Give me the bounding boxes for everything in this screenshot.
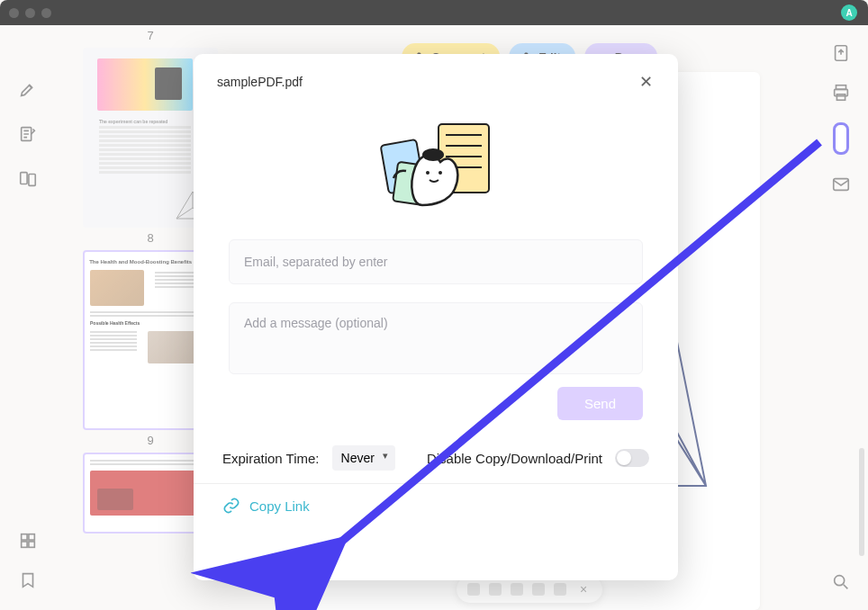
expiration-select[interactable]: Never	[332, 445, 395, 471]
traffic-close[interactable]	[9, 8, 19, 18]
send-button[interactable]: Send	[557, 387, 643, 420]
close-icon[interactable]: ✕	[637, 72, 655, 92]
svg-point-22	[426, 171, 429, 175]
disable-copy-label: Disable Copy/Download/Print	[427, 451, 602, 466]
window-titlebar: A	[0, 0, 868, 25]
expiration-label: Expiration Time:	[222, 451, 320, 466]
user-avatar[interactable]: A	[841, 4, 857, 21]
copy-link-label: Copy Link	[249, 498, 310, 514]
disable-copy-toggle[interactable]	[615, 449, 649, 467]
traffic-minimize[interactable]	[25, 8, 35, 18]
modal-filename: samplePDF.pdf	[217, 75, 303, 89]
email-input[interactable]	[229, 239, 643, 284]
copy-link-row[interactable]: Copy Link	[217, 484, 655, 520]
link-icon	[222, 497, 240, 515]
traffic-zoom[interactable]	[41, 8, 51, 18]
share-illustration	[368, 115, 503, 223]
share-modal: samplePDF.pdf ✕ Send Expiration Time: Ne…	[194, 54, 678, 580]
message-input[interactable]	[229, 302, 643, 374]
svg-point-21	[422, 148, 444, 161]
svg-point-23	[439, 171, 442, 175]
